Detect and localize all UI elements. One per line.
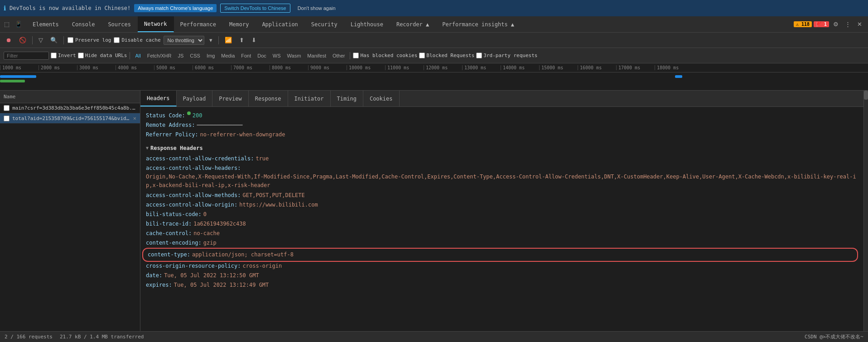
header-val-2: GET,POST,PUT,DELETE bbox=[243, 191, 305, 200]
filter-other-button[interactable]: Other bbox=[330, 52, 347, 59]
header-line-11: expires: Tue, 05 Jul 2022 13:12:49 GMT bbox=[146, 281, 858, 289]
inspect-icon[interactable]: ⬚ bbox=[2, 19, 12, 29]
detail-scrollbar[interactable] bbox=[863, 91, 868, 331]
header-val-4: 0 bbox=[203, 210, 207, 219]
detail-tab-payload[interactable]: Payload bbox=[177, 91, 213, 106]
tick-1: 2000 ms bbox=[39, 65, 77, 70]
more-icon[interactable]: ⋮ bbox=[843, 19, 853, 29]
tab-lighthouse[interactable]: Lighthouse bbox=[344, 16, 390, 32]
close-devtools-icon[interactable]: ✕ bbox=[855, 19, 864, 29]
filter-css-button[interactable]: CSS bbox=[188, 52, 203, 59]
tab-performance[interactable]: Performance bbox=[174, 16, 223, 32]
remote-address-line: Remote Address: ────────────── bbox=[146, 121, 858, 130]
header-key-6: cache-control: bbox=[146, 229, 192, 238]
request-item-1[interactable]: total?aid=215358709&cid=756155174&bvid=.… bbox=[0, 113, 140, 124]
header-key-5: bili-trace-id: bbox=[146, 220, 192, 228]
toolbar-divider-1 bbox=[32, 36, 33, 44]
detail-tab-headers[interactable]: Headers bbox=[140, 91, 177, 106]
third-party-label[interactable]: 3rd-party requests bbox=[476, 53, 537, 58]
filter-manifest-button[interactable]: Manifest bbox=[305, 52, 328, 59]
info-icon: ℹ bbox=[4, 5, 6, 12]
network-toolbar: ⏺ 🚫 ▽ 🔍 Preserve log Disable cache No th… bbox=[0, 33, 868, 48]
blocked-requests-checkbox[interactable] bbox=[419, 53, 425, 58]
upload-icon[interactable]: ⬆ bbox=[237, 35, 246, 45]
preserve-log-checkbox[interactable] bbox=[68, 37, 73, 43]
response-headers-section[interactable]: ▼ Response Headers bbox=[146, 144, 858, 153]
dont-show-again-button[interactable]: Don't show again bbox=[294, 4, 339, 12]
tab-application[interactable]: Application bbox=[256, 16, 304, 32]
tab-security[interactable]: Security bbox=[305, 16, 344, 32]
filter-js-button[interactable]: JS bbox=[176, 52, 186, 59]
detail-tab-timing[interactable]: Timing bbox=[331, 91, 363, 106]
detail-tab-cookies[interactable]: Cookies bbox=[363, 91, 400, 106]
tab-performance-insights[interactable]: Performance insights ▲ bbox=[436, 16, 521, 32]
disable-cache-checkbox[interactable] bbox=[114, 37, 120, 43]
hide-data-urls-label[interactable]: Hide data URLs bbox=[78, 53, 127, 58]
filter-doc-button[interactable]: Doc bbox=[255, 52, 269, 59]
has-blocked-cookies-checkbox[interactable] bbox=[353, 53, 359, 58]
main-tabs: Elements Console Sources Network Perform… bbox=[26, 16, 790, 32]
header-line-3: access-control-allow-origin: https://www… bbox=[146, 201, 858, 209]
blocked-requests-label[interactable]: Blocked Requests bbox=[419, 53, 474, 58]
referrer-policy-label: Referrer Policy: bbox=[146, 130, 198, 139]
detail-tab-initiator[interactable]: Initiator bbox=[288, 91, 331, 106]
clear-button[interactable]: 🚫 bbox=[17, 35, 29, 45]
header-val-5: 1a6261943962c438 bbox=[193, 220, 246, 228]
section-arrow-icon: ▼ bbox=[146, 145, 149, 152]
match-language-button[interactable]: Always match Chrome's language bbox=[134, 4, 217, 12]
invert-label[interactable]: Invert bbox=[51, 53, 76, 58]
tab-recorder[interactable]: Recorder ▲ bbox=[390, 16, 436, 32]
record-button[interactable]: ⏺ bbox=[4, 35, 14, 45]
filter-input[interactable] bbox=[4, 52, 49, 60]
tab-sources[interactable]: Sources bbox=[101, 16, 138, 32]
search-button[interactable]: 🔍 bbox=[48, 35, 60, 45]
filter-media-button[interactable]: Media bbox=[219, 52, 237, 59]
header-key-11: expires: bbox=[146, 281, 172, 289]
scrollbar-thumb[interactable] bbox=[864, 91, 868, 100]
detail-content[interactable]: Status Code: 200 Remote Address: ───────… bbox=[140, 107, 863, 331]
filter-ws-button[interactable]: WS bbox=[270, 52, 283, 59]
main-area: Name main?csrf=3d383db2b3ba6e3eff850b45c… bbox=[0, 91, 868, 331]
timeline[interactable]: 1000 ms 2000 ms 3000 ms 4000 ms 5000 ms … bbox=[0, 63, 868, 91]
detail-tab-preview[interactable]: Preview bbox=[212, 91, 249, 106]
filter-wasm-button[interactable]: Wasm bbox=[285, 52, 304, 59]
tick-5: 6000 ms bbox=[193, 65, 231, 70]
header-key-8: content-type: bbox=[148, 250, 190, 259]
has-blocked-cookies-label[interactable]: Has blocked cookies bbox=[353, 53, 417, 58]
timeline-content bbox=[0, 72, 868, 90]
tick-4: 5000 ms bbox=[154, 65, 193, 70]
header-val-6: no-cache bbox=[193, 229, 220, 238]
hide-data-urls-checkbox[interactable] bbox=[78, 53, 84, 58]
status-dot bbox=[187, 111, 191, 115]
preserve-log-label[interactable]: Preserve log bbox=[68, 37, 111, 43]
filter-font-button[interactable]: Font bbox=[239, 52, 253, 59]
status-code-label: Status Code: bbox=[146, 111, 185, 120]
request-item-checkbox-1[interactable] bbox=[4, 116, 10, 121]
detail-tab-response[interactable]: Response bbox=[249, 91, 288, 106]
tab-console[interactable]: Console bbox=[66, 16, 102, 32]
invert-checkbox[interactable] bbox=[51, 53, 57, 58]
disable-cache-label[interactable]: Disable cache bbox=[114, 37, 160, 43]
tick-12: 13000 ms bbox=[462, 65, 501, 70]
throttle-arrow-icon[interactable]: ▾ bbox=[207, 35, 215, 45]
third-party-checkbox[interactable] bbox=[476, 53, 482, 58]
download-icon[interactable]: ⬇ bbox=[249, 35, 259, 45]
header-key-7: content-encoding: bbox=[146, 239, 202, 247]
throttling-select[interactable]: No throttling bbox=[164, 36, 204, 45]
switch-devtools-button[interactable]: Switch DevTools to Chinese bbox=[220, 4, 290, 13]
tab-network[interactable]: Network bbox=[138, 16, 174, 32]
filter-all-button[interactable]: All bbox=[133, 52, 143, 59]
status-left: 2 / 166 requests 21.7 kB / 1.4 MB transf… bbox=[5, 334, 144, 340]
tab-elements[interactable]: Elements bbox=[26, 16, 66, 32]
close-detail-button[interactable]: ✕ bbox=[133, 115, 136, 121]
wifi-icon[interactable]: 📶 bbox=[222, 35, 234, 45]
request-item-checkbox-0[interactable] bbox=[4, 105, 10, 111]
settings-icon[interactable]: ⚙ bbox=[831, 19, 841, 29]
filter-fetch-xhr-button[interactable]: Fetch/XHR bbox=[145, 52, 174, 59]
filter-img-button[interactable]: Img bbox=[204, 52, 217, 59]
tab-memory[interactable]: Memory bbox=[223, 16, 256, 32]
info-text: DevTools is now available in Chinese! bbox=[10, 5, 130, 11]
request-item-0[interactable]: main?csrf=3d383db2b3ba6e3eff850b45c4a8b.… bbox=[0, 103, 140, 113]
device-icon[interactable]: 📱 bbox=[13, 19, 24, 29]
filter-icon[interactable]: ▽ bbox=[36, 35, 45, 45]
